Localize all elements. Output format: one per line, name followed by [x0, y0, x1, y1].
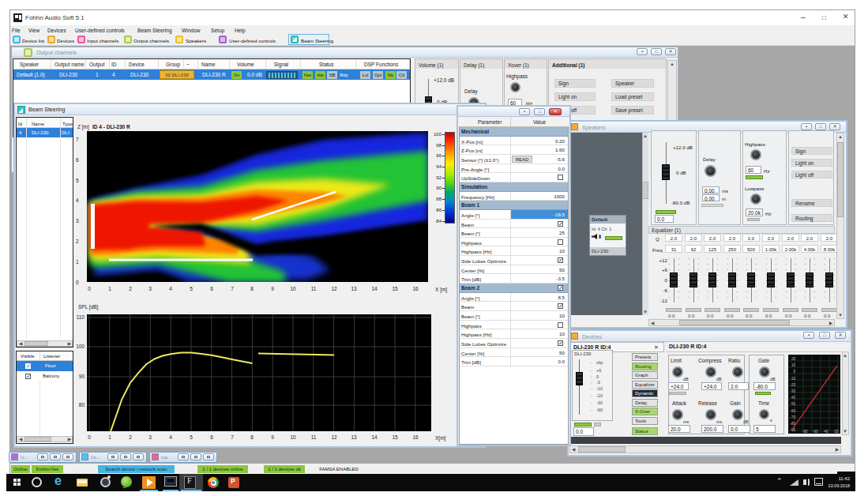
- svg-text:-60: -60: [813, 430, 818, 434]
- svg-text:-30: -30: [790, 389, 795, 393]
- svg-text:-50: -50: [790, 402, 795, 406]
- svg-text:-10: -10: [790, 377, 795, 381]
- svg-text:-20: -20: [833, 430, 839, 434]
- svg-text:-60: -60: [790, 409, 795, 413]
- svg-text:-40: -40: [823, 430, 829, 434]
- svg-text:20: 20: [791, 357, 796, 361]
- svg-text:10: 10: [791, 363, 796, 367]
- svg-text:-70: -70: [790, 415, 795, 419]
- svg-text:-40: -40: [790, 396, 795, 400]
- svg-text:-20: -20: [790, 383, 795, 387]
- svg-text:-80: -80: [802, 430, 808, 434]
